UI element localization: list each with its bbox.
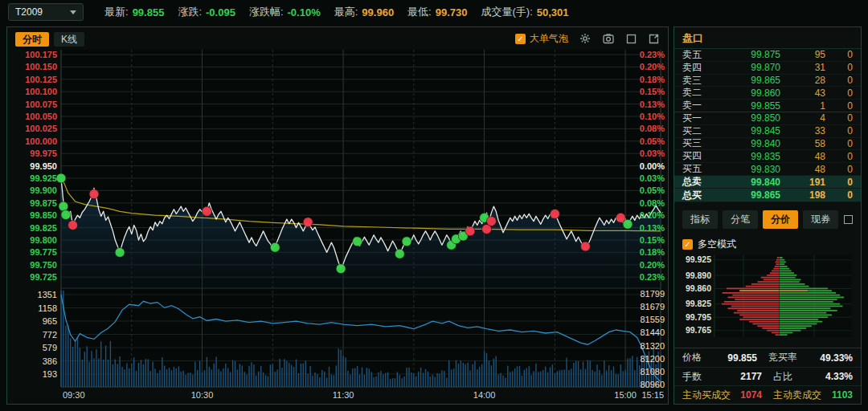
- svg-text:0.00%: 0.00%: [640, 161, 665, 171]
- svg-text:0.10%: 0.10%: [640, 112, 665, 121]
- svg-text:100.150: 100.150: [25, 62, 57, 71]
- intraday-chart[interactable]: 100.175100.150100.125100.100100.075100.0…: [7, 50, 668, 404]
- svg-text:579: 579: [43, 343, 57, 352]
- panel-tabs: 指标分笔分价现券: [674, 202, 861, 234]
- order-book-row[interactable]: 总买99.8651980: [674, 189, 861, 202]
- svg-text:0.18%: 0.18%: [640, 75, 665, 84]
- svg-text:99.825: 99.825: [30, 223, 57, 233]
- big-order-bubble-checkbox[interactable]: ✓ 大单气泡: [515, 32, 568, 46]
- svg-text:99.975: 99.975: [30, 149, 57, 158]
- svg-text:99.765: 99.765: [686, 325, 711, 335]
- quote-stat: 最新:99.855: [104, 5, 164, 19]
- svg-text:99.950: 99.950: [30, 161, 57, 171]
- svg-text:1158: 1158: [38, 303, 57, 313]
- svg-text:100.100: 100.100: [25, 87, 57, 96]
- svg-text:0.23%: 0.23%: [640, 50, 665, 59]
- svg-text:99.860: 99.860: [686, 283, 711, 293]
- svg-text:0.05%: 0.05%: [640, 136, 665, 146]
- svg-text:99.750: 99.750: [30, 260, 57, 270]
- gear-icon[interactable]: [579, 32, 592, 45]
- svg-text:81200: 81200: [640, 354, 665, 364]
- order-book-row[interactable]: 买三99.840580: [674, 138, 861, 151]
- stat-value: 4.33%: [792, 371, 853, 382]
- panel-tab-分笔[interactable]: 分笔: [723, 210, 758, 229]
- quote-stat: 涨跌:-0.095: [178, 5, 235, 19]
- svg-text:0.15%: 0.15%: [640, 87, 665, 96]
- symbol-select[interactable]: T2009: [8, 3, 84, 21]
- top-bar: T2009 最新:99.855涨跌:-0.095涨跌幅:-0.10%最高:99.…: [0, 0, 868, 24]
- quote-stats: 最新:99.855涨跌:-0.095涨跌幅:-0.10%最高:99.960最低:…: [104, 5, 583, 19]
- stat-label: 价格: [682, 351, 702, 364]
- svg-text:99.850: 99.850: [30, 210, 57, 220]
- svg-text:15:00: 15:00: [614, 390, 637, 400]
- order-book-row[interactable]: 买五99.830480: [674, 163, 861, 176]
- stat-label: 主动卖成交: [773, 389, 821, 402]
- external-link-icon[interactable]: [648, 33, 660, 45]
- order-book-row[interactable]: 卖二99.860430: [674, 87, 861, 100]
- svg-text:15:15: 15:15: [641, 390, 664, 400]
- order-book-title: 盘口: [674, 27, 861, 49]
- order-book-row[interactable]: 卖一99.85510: [674, 100, 861, 112]
- svg-text:09:30: 09:30: [63, 390, 85, 400]
- svg-text:1351: 1351: [38, 290, 57, 299]
- svg-text:0.13%: 0.13%: [640, 223, 665, 233]
- svg-text:100.125: 100.125: [25, 75, 57, 84]
- svg-text:80960: 80960: [640, 380, 665, 389]
- svg-text:81320: 81320: [640, 341, 665, 351]
- order-book-row[interactable]: 买四99.835480: [674, 150, 861, 163]
- svg-text:0.13%: 0.13%: [640, 100, 665, 109]
- order-book-row[interactable]: 卖四99.870310: [674, 62, 861, 75]
- chart-tab-K线[interactable]: K线: [54, 32, 84, 47]
- order-book-row[interactable]: 卖五99.875950: [674, 49, 861, 62]
- svg-text:0.05%: 0.05%: [640, 185, 665, 195]
- camera-icon[interactable]: [602, 32, 615, 45]
- svg-text:0.20%: 0.20%: [640, 260, 665, 270]
- order-book-row[interactable]: 总卖99.8401910: [674, 176, 861, 189]
- stat-value: 1074: [731, 389, 762, 401]
- svg-text:193: 193: [43, 369, 57, 379]
- long-short-mode-checkbox[interactable]: ✓ 多空模式: [674, 234, 861, 254]
- svg-text:81080: 81080: [640, 367, 665, 376]
- svg-text:0.20%: 0.20%: [640, 62, 665, 71]
- order-book-row[interactable]: 买二99.845330: [674, 125, 861, 138]
- svg-text:99.925: 99.925: [30, 173, 57, 183]
- svg-text:772: 772: [43, 330, 57, 340]
- quote-stat: 最高:99.960: [334, 5, 394, 19]
- svg-text:10:30: 10:30: [191, 390, 214, 400]
- expand-square-icon[interactable]: [844, 215, 853, 224]
- long-short-mode-label: 多空模式: [698, 238, 736, 251]
- panel-tab-指标[interactable]: 指标: [682, 210, 718, 229]
- svg-text:0.08%: 0.08%: [640, 198, 665, 208]
- panel-tab-分价[interactable]: 分价: [763, 210, 798, 229]
- stat-value: 1103: [821, 389, 853, 401]
- svg-text:14:00: 14:00: [473, 390, 496, 400]
- chart-tab-分时[interactable]: 分时: [15, 32, 49, 47]
- order-book-row[interactable]: 买一99.85040: [674, 112, 861, 125]
- svg-text:0.08%: 0.08%: [640, 124, 665, 133]
- svg-text:100.025: 100.025: [25, 124, 57, 133]
- checkbox-check-icon: ✓: [682, 239, 693, 250]
- stat-label: 手数: [682, 370, 702, 384]
- panel-tab-现券[interactable]: 现券: [803, 210, 838, 229]
- svg-text:100.000: 100.000: [25, 136, 57, 146]
- svg-text:81799: 81799: [640, 289, 665, 299]
- svg-text:100.075: 100.075: [25, 100, 57, 109]
- svg-text:99.875: 99.875: [30, 198, 57, 208]
- svg-text:99.900: 99.900: [30, 185, 57, 195]
- stat-label: 竞买率: [768, 351, 797, 364]
- svg-text:100.050: 100.050: [25, 112, 57, 121]
- svg-text:0.03%: 0.03%: [640, 149, 665, 158]
- svg-text:965: 965: [43, 316, 57, 326]
- order-book-row[interactable]: 卖三99.865280: [674, 75, 861, 87]
- order-book-panel: 盘口 卖五99.875950卖四99.870310卖三99.865280卖二99…: [674, 26, 862, 405]
- svg-text:81679: 81679: [640, 302, 665, 311]
- window-icon[interactable]: [625, 33, 637, 45]
- svg-text:99.890: 99.890: [686, 270, 711, 279]
- svg-text:11:30: 11:30: [333, 390, 354, 400]
- quote-stat: 最低:99.730: [407, 5, 467, 19]
- svg-text:100.175: 100.175: [25, 50, 57, 59]
- symbol-label: T2009: [15, 6, 43, 18]
- svg-text:386: 386: [43, 356, 57, 366]
- svg-text:99.725: 99.725: [30, 272, 57, 282]
- svg-text:81440: 81440: [640, 328, 665, 337]
